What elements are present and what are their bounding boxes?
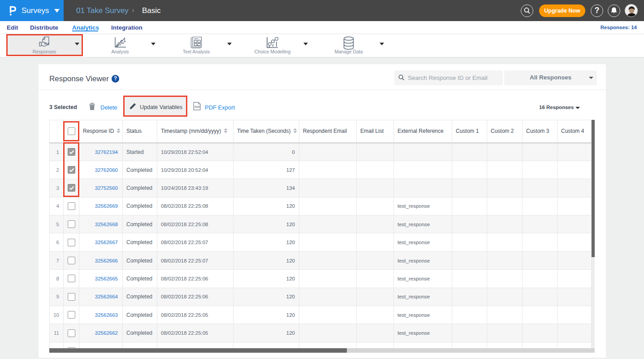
svg-text:PDF: PDF xyxy=(194,105,200,109)
